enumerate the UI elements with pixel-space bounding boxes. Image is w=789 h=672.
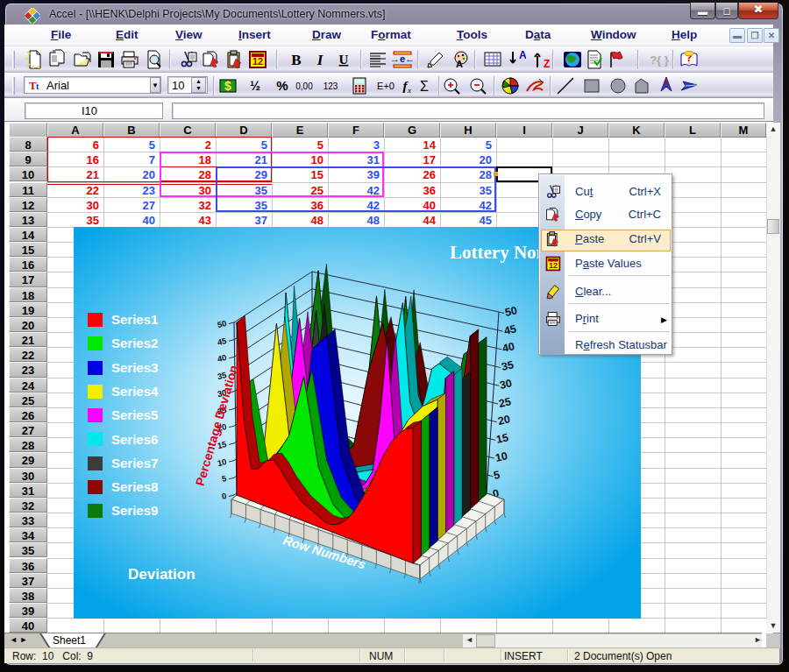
svg-text:20: 20	[497, 413, 512, 428]
svg-text:U: U	[339, 53, 349, 67]
svg-text:123: 123	[323, 81, 338, 91]
svg-text:Series6: Series6	[111, 432, 158, 447]
svg-text:Series9: Series9	[111, 503, 158, 518]
svg-text:Series8: Series8	[111, 479, 158, 494]
svg-text:Series1: Series1	[111, 312, 158, 327]
svg-text:Σ: Σ	[420, 79, 429, 94]
svg-text:12: 12	[252, 56, 263, 67]
svg-text:12: 12	[549, 261, 558, 270]
svg-text:Z: Z	[544, 58, 550, 70]
svg-text:10: 10	[494, 449, 509, 464]
svg-text:?{ }: ?{ }	[650, 53, 669, 67]
svg-text:30: 30	[499, 377, 514, 392]
svg-text:%: %	[276, 78, 288, 93]
svg-text:x: x	[407, 86, 411, 95]
svg-text:A: A	[456, 59, 463, 69]
svg-text:40: 40	[217, 352, 228, 364]
svg-text:15: 15	[495, 431, 510, 446]
svg-text:I: I	[316, 52, 324, 68]
svg-text:45: 45	[503, 322, 518, 337]
svg-text:Series3: Series3	[111, 360, 158, 375]
svg-text:A: A	[519, 49, 526, 61]
svg-text:Series5: Series5	[111, 407, 158, 422]
svg-text:t: t	[36, 81, 39, 91]
svg-text:10: 10	[217, 456, 228, 468]
svg-text:25: 25	[498, 395, 513, 410]
svg-text:Series4: Series4	[111, 384, 159, 399]
svg-text:0,00: 0,00	[295, 81, 313, 91]
svg-text:→e←: →e←	[392, 53, 413, 64]
svg-text:E+0: E+0	[377, 81, 394, 91]
svg-text:Deviation: Deviation	[128, 566, 195, 583]
svg-text:50: 50	[504, 304, 519, 319]
svg-text:Series7: Series7	[111, 456, 158, 470]
svg-text:B: B	[291, 52, 301, 68]
svg-text:40: 40	[501, 340, 516, 355]
svg-text:35: 35	[501, 358, 515, 373]
svg-text:Series2: Series2	[111, 336, 158, 350]
svg-text:50: 50	[217, 318, 228, 329]
svg-text:½: ½	[250, 79, 260, 93]
svg-text:$: $	[224, 79, 231, 93]
